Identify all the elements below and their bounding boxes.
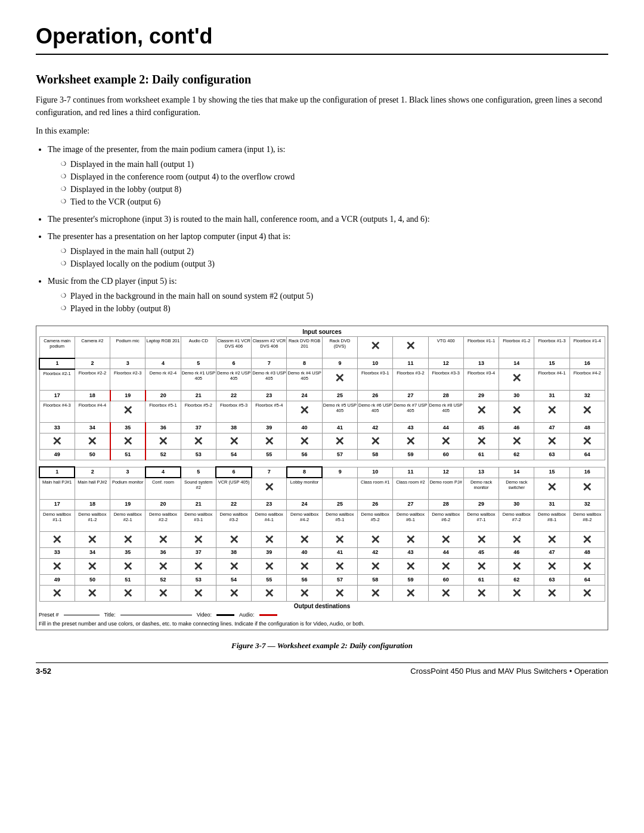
in-label-38: Floorbox #5-3 [216, 401, 251, 423]
out-num-47: 47 [534, 547, 569, 558]
out-num-27: 27 [393, 499, 428, 510]
in-label-36: Floorbox #5-1 [145, 401, 181, 423]
out-label-20: Demo wallbox #2-2 [145, 510, 181, 531]
out-num-42: 42 [358, 547, 393, 558]
title-label: Title: [104, 611, 116, 619]
out-num-56: 56 [287, 575, 322, 586]
out-num-22: 22 [216, 499, 251, 510]
in-num-52: 52 [145, 450, 181, 460]
out-label-4: Conf. room [145, 478, 181, 499]
in-label-43: Demo rk #7 USP 405 [393, 401, 428, 423]
in-x-52: ✕ [145, 433, 181, 450]
in-num-11: 11 [393, 358, 428, 369]
out-label-21: Demo wallbox #3-1 [181, 510, 216, 531]
in-num-8: 8 [287, 358, 322, 369]
footer-description: CrossPoint 450 Plus and MAV Plus Switche… [410, 667, 608, 676]
out-num-16: 16 [569, 467, 605, 478]
in-label-12: VTG 400 [428, 337, 463, 358]
sub-bullet-1-2: Displayed in the conference room (output… [61, 171, 608, 183]
input-label-row-2: Floorbox #2-1 Floorbox #2-2 Floorbox #2-… [39, 369, 605, 391]
in-num-38: 38 [216, 423, 251, 433]
in-num-6: 6 [216, 358, 251, 369]
output-destinations-header: Output destinations [39, 603, 605, 609]
intro-paragraph: Figure 3-7 continues from worksheet exam… [36, 94, 608, 119]
out-label-14: Demo rack switcher [499, 478, 534, 499]
out-num-48: 48 [569, 547, 605, 558]
out-num-2: 2 [75, 467, 110, 478]
in-label-3: Podium mic [110, 337, 145, 358]
out-num-15: 15 [534, 467, 569, 478]
in-num-10: 10 [358, 358, 393, 369]
out-num-60: 60 [428, 575, 463, 586]
out-num-25: 25 [322, 499, 357, 510]
in-label-20: Demo rk #2-4 [145, 369, 181, 391]
out-num-34: 34 [75, 547, 110, 558]
out-num-21: 21 [181, 499, 216, 510]
in-label-31: Floorbox #4-1 [534, 369, 569, 391]
input-label-row-1: Camera main podium Camera #2 Podium mic … [39, 337, 605, 358]
sub-bullet-1-3: Displayed in the lobby (output 8) [61, 183, 608, 196]
in-label-18: Floorbox #2-2 [75, 369, 110, 391]
video-label: Video: [197, 611, 212, 619]
in-num-21: 21 [181, 391, 216, 401]
out-num-23: 23 [252, 499, 287, 510]
input-x-row-1: ✕ ✕ ✕ ✕ ✕ ✕ ✕ ✕ ✕ ✕ ✕ ✕ ✕ ✕ ✕ ✕ [39, 433, 605, 450]
in-x-58: ✕ [358, 433, 393, 450]
in-label-47: ✕ [534, 401, 569, 423]
in-x-64: ✕ [569, 433, 605, 450]
out-label-17: Demo wallbox #1-1 [39, 510, 75, 531]
in-label-34: Floorbox #4-4 [75, 401, 110, 423]
in-x-50: ✕ [75, 433, 110, 450]
sub-bullet-3-1: Displayed in the main hall (output 2) [61, 245, 608, 258]
in-x-60: ✕ [428, 433, 463, 450]
in-num-13: 13 [463, 358, 499, 369]
out-num-54: 54 [216, 575, 251, 586]
output-x-row-1: ✕ ✕ ✕ ✕ ✕ ✕ ✕ ✕ ✕ ✕ ✕ ✕ ✕ ✕ ✕ ✕ [39, 531, 605, 547]
out-num-3: 3 [110, 467, 145, 478]
out-num-53: 53 [181, 575, 216, 586]
in-label-11: ✕ [393, 337, 428, 358]
in-x-63: ✕ [534, 433, 569, 450]
out-num-13: 13 [463, 467, 499, 478]
out-label-13: Demo rack monitor [463, 478, 499, 499]
sub-bullet-4-2: Played in the lobby (output 8) [61, 302, 608, 315]
preset-label: Preset # [39, 611, 59, 619]
in-num-45: 45 [463, 423, 499, 433]
out-label-7: ✕ [252, 478, 287, 499]
in-num-49: 49 [39, 450, 75, 460]
in-label-8: Rack DVD RGB 201 [287, 337, 322, 358]
out-num-12: 12 [428, 467, 463, 478]
out-num-61: 61 [463, 575, 499, 586]
in-num-46: 46 [499, 423, 534, 433]
out-num-29: 29 [463, 499, 499, 510]
in-label-24: Demo rk #4 USP 405 [287, 369, 322, 391]
in-label-21: Demo rk #1 USP 405 [181, 369, 216, 391]
in-num-60: 60 [428, 450, 463, 460]
out-num-62: 62 [499, 575, 534, 586]
output-num-row-2: 17 18 19 20 21 22 23 24 25 26 27 28 29 3… [39, 499, 605, 510]
output-num-row-1: 1 2 3 4 5 6 7 8 9 10 11 12 13 14 15 16 [39, 467, 605, 478]
in-num-7: 7 [252, 358, 287, 369]
out-num-36: 36 [145, 547, 181, 558]
in-num-40: 40 [287, 423, 322, 433]
in-label-25: ✕ [322, 369, 357, 391]
sub-bullet-1-4: Tied to the VCR (output 6) [61, 196, 608, 208]
in-x-51: ✕ [110, 433, 145, 450]
in-label-37: Floorbox #5-2 [181, 401, 216, 423]
out-num-43: 43 [393, 547, 428, 558]
out-label-32: Demo wallbox #8-2 [569, 510, 605, 531]
in-x-56: ✕ [287, 433, 322, 450]
in-num-43: 43 [393, 423, 428, 433]
in-label-45: ✕ [463, 401, 499, 423]
in-num-17: 17 [39, 391, 75, 401]
out-label-15: ✕ [534, 478, 569, 499]
in-num-51: 51 [110, 450, 145, 460]
output-label-row-1: Main hall PJ#1 Main hall PJ#2 Podium mon… [39, 478, 605, 499]
in-x-59: ✕ [393, 433, 428, 450]
input-num-row-2: 17 18 19 20 21 22 23 24 25 26 27 28 29 3… [39, 391, 605, 401]
input-grid: Camera main podium Camera #2 Podium mic … [39, 336, 605, 460]
in-label-13: Floorbox #1-1 [463, 337, 499, 358]
in-num-54: 54 [216, 450, 251, 460]
out-num-64: 64 [569, 575, 605, 586]
out-num-57: 57 [322, 575, 357, 586]
